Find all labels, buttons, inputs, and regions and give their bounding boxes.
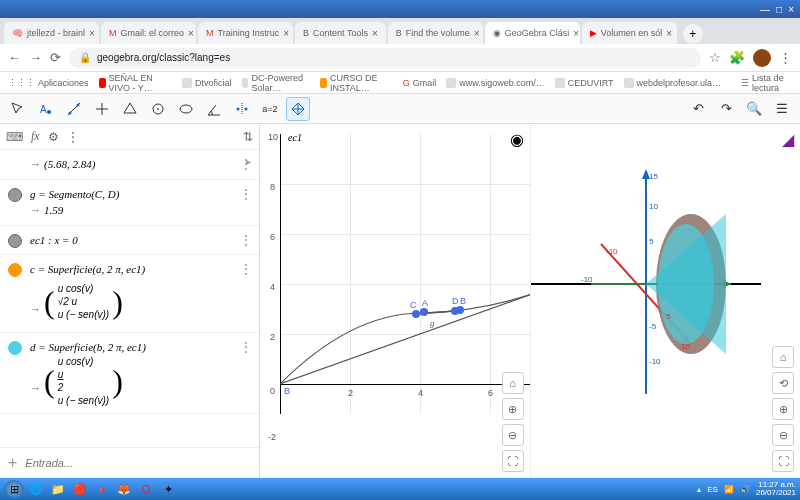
3d-view[interactable]: ◢ 15 10 5 -5 -10 -10 -10 5 10 ⌂ ⟲ ⊕ ⊖ xyxy=(530,124,801,478)
fullscreen-button[interactable]: ⛶ xyxy=(502,450,524,472)
reload-button[interactable]: ⟳ xyxy=(50,50,61,65)
extensions-icon[interactable]: 🧩 xyxy=(729,50,745,65)
opera-icon[interactable]: O xyxy=(136,480,156,498)
plus-icon[interactable]: + xyxy=(8,454,17,472)
tab-4[interactable]: BFind the volume× xyxy=(388,22,483,44)
bookmark-item[interactable]: webdelprofesor.ula… xyxy=(624,78,722,88)
more-icon[interactable]: ⋮ xyxy=(67,130,79,144)
back-button[interactable]: ← xyxy=(8,50,21,65)
move-tool[interactable] xyxy=(6,97,30,121)
chrome-icon[interactable]: 🔴 xyxy=(70,480,90,498)
more-icon[interactable]: ⋮ xyxy=(239,186,253,202)
more-icon[interactable]: ⋮ xyxy=(239,156,253,172)
fx-icon[interactable]: fx xyxy=(31,129,40,144)
tab-0[interactable]: 🧠jtellezd - brainl× xyxy=(4,22,99,44)
explorer-icon[interactable]: 📁 xyxy=(48,480,68,498)
search-icon[interactable]: 🔍 xyxy=(742,97,766,121)
ellipse-tool[interactable] xyxy=(174,97,198,121)
visibility-toggle[interactable] xyxy=(8,188,22,202)
window-max[interactable]: □ xyxy=(776,4,782,15)
bookmark-item[interactable]: Dtvoficial xyxy=(182,78,232,88)
apps-button[interactable]: ⋮⋮⋮Aplicaciones xyxy=(8,78,89,88)
sort-icon[interactable]: ⇅ xyxy=(243,130,253,144)
point-a[interactable] xyxy=(420,308,428,316)
algebra-row-ec1[interactable]: ec1 : x = 0 ⋮ xyxy=(0,226,259,256)
keyboard-icon[interactable]: ⌨ xyxy=(6,130,23,144)
zoom-in-button[interactable]: ⊕ xyxy=(502,398,524,420)
tab-6[interactable]: ▶Volumen en sól× xyxy=(582,22,677,44)
bookmark-item[interactable]: CURSO DE INSTAL… xyxy=(320,73,393,93)
close-icon[interactable]: × xyxy=(89,28,95,39)
point-c[interactable] xyxy=(412,310,420,318)
bookmark-item[interactable]: GGmail xyxy=(403,78,437,88)
tab-5[interactable]: ◉GeoGebra Clási× xyxy=(485,22,580,44)
language-indicator[interactable]: ES xyxy=(707,485,718,494)
close-icon[interactable]: × xyxy=(188,28,194,39)
url-input[interactable]: 🔒 geogebra.org/classic?lang=es xyxy=(69,48,701,68)
clock[interactable]: 11:27 a.m. 26/07/2021 xyxy=(756,481,796,497)
home-button[interactable]: ⌂ xyxy=(772,346,794,368)
reading-list[interactable]: ☰Lista de lectura xyxy=(741,73,792,93)
new-tab-button[interactable]: + xyxy=(683,24,703,44)
point-tool[interactable]: A xyxy=(34,97,58,121)
window-close[interactable]: × xyxy=(788,4,794,15)
vlc-icon[interactable]: 🔺 xyxy=(92,480,112,498)
star-icon[interactable]: ☆ xyxy=(709,50,721,65)
zoom-in-button[interactable]: ⊕ xyxy=(772,398,794,420)
bookmark-item[interactable]: SEÑAL EN VIVO - Y… xyxy=(99,73,172,93)
more-icon[interactable]: ⋮ xyxy=(239,339,253,355)
slider-tool[interactable]: a=2 xyxy=(258,97,282,121)
point-b2[interactable] xyxy=(456,306,464,314)
close-icon[interactable]: × xyxy=(474,28,480,39)
start-button[interactable]: ⊞ xyxy=(4,480,24,498)
menu-icon[interactable]: ⋮ xyxy=(779,50,792,65)
bookmark-item[interactable]: www.sigoweb.com/… xyxy=(446,78,545,88)
close-icon[interactable]: × xyxy=(573,28,579,39)
algebra-row[interactable]: → (5.68, 2.84) ▸ ⋮ xyxy=(0,150,259,180)
profile-avatar[interactable] xyxy=(753,49,771,67)
fullscreen-button[interactable]: ⛶ xyxy=(772,450,794,472)
address-bar: ← → ⟳ 🔒 geogebra.org/classic?lang=es ☆ 🧩… xyxy=(0,44,800,72)
more-icon[interactable]: ⋮ xyxy=(239,232,253,248)
tab-1[interactable]: MGmail: el correo× xyxy=(101,22,196,44)
gear-icon[interactable]: ⚙ xyxy=(48,130,59,144)
ie-icon[interactable]: 🌐 xyxy=(26,480,46,498)
close-icon[interactable]: × xyxy=(283,28,289,39)
close-icon[interactable]: × xyxy=(666,28,672,39)
close-icon[interactable]: × xyxy=(372,28,378,39)
zoom-out-button[interactable]: ⊖ xyxy=(772,424,794,446)
app-icon[interactable]: ✦ xyxy=(158,480,178,498)
move-view-tool[interactable] xyxy=(286,97,310,121)
tab-3[interactable]: BContent Tools× xyxy=(295,22,386,44)
undo-button[interactable]: ↶ xyxy=(686,97,710,121)
hamburger-menu[interactable]: ☰ xyxy=(770,97,794,121)
bookmark-item[interactable]: DC-Powered Solar… xyxy=(242,73,311,93)
graphics-view[interactable]: ec1 ◉ 10 8 6 4 2 0 -2 2 4 6 8 C A D B xyxy=(260,124,530,478)
volume-icon[interactable]: 🔊 xyxy=(740,485,750,494)
zoom-out-button[interactable]: ⊖ xyxy=(502,424,524,446)
algebra-input[interactable] xyxy=(25,457,251,469)
tab-2[interactable]: MTraining Instruc× xyxy=(198,22,293,44)
angle-tool[interactable] xyxy=(202,97,226,121)
visibility-toggle[interactable] xyxy=(8,341,22,355)
more-icon[interactable]: ⋮ xyxy=(239,261,253,277)
line-tool[interactable] xyxy=(62,97,86,121)
redo-button[interactable]: ↷ xyxy=(714,97,738,121)
bookmark-item[interactable]: CEDUVIRT xyxy=(555,78,614,88)
visibility-toggle[interactable] xyxy=(8,263,22,277)
tray-chevron[interactable]: ▴ xyxy=(697,485,701,494)
perpendicular-tool[interactable] xyxy=(90,97,114,121)
home-button[interactable]: ⌂ xyxy=(502,372,524,394)
firefox-icon[interactable]: 🦊 xyxy=(114,480,134,498)
algebra-row-g[interactable]: g = Segmento(C, D)→ 1.59 ⋮ xyxy=(0,180,259,226)
reflect-tool[interactable] xyxy=(230,97,254,121)
algebra-row-d[interactable]: d = Superficie(b, 2 π, ec1) → (u cos(v)u… xyxy=(0,333,259,415)
rotate-button[interactable]: ⟲ xyxy=(772,372,794,394)
circle-tool[interactable] xyxy=(146,97,170,121)
algebra-row-c[interactable]: c = Superficie(a, 2 π, ec1) → (u cos(v)√… xyxy=(0,255,259,333)
polygon-tool[interactable] xyxy=(118,97,142,121)
visibility-toggle[interactable] xyxy=(8,234,22,248)
network-icon[interactable]: 📶 xyxy=(724,485,734,494)
window-min[interactable]: — xyxy=(760,4,770,15)
forward-button[interactable]: → xyxy=(29,50,42,65)
